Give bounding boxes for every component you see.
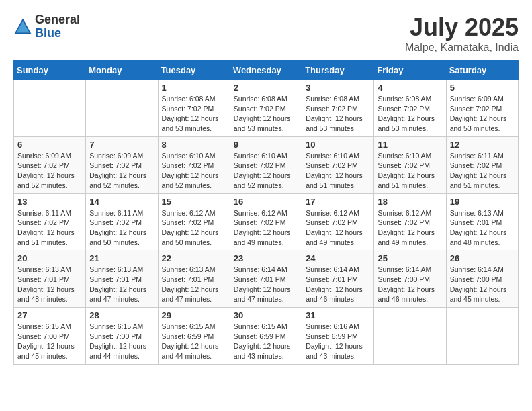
calendar-week-row: 20Sunrise: 6:13 AM Sunset: 7:01 PM Dayli…: [14, 250, 519, 308]
calendar-cell: 31Sunrise: 6:16 AM Sunset: 6:59 PM Dayli…: [302, 308, 374, 365]
logo-blue-text: Blue: [35, 27, 80, 40]
day-detail: Sunrise: 6:15 AM Sunset: 7:00 PM Dayligh…: [89, 322, 154, 361]
day-number: 8: [162, 140, 226, 150]
logo-general-text: General: [35, 13, 80, 27]
calendar-cell: [446, 308, 518, 365]
day-detail: Sunrise: 6:16 AM Sunset: 6:59 PM Dayligh…: [306, 322, 370, 361]
calendar-cell: 28Sunrise: 6:15 AM Sunset: 7:00 PM Dayli…: [86, 308, 158, 365]
day-number: 30: [234, 310, 298, 320]
calendar-cell: 9Sunrise: 6:10 AM Sunset: 7:02 PM Daylig…: [230, 136, 302, 193]
day-detail: Sunrise: 6:10 AM Sunset: 7:02 PM Dayligh…: [378, 151, 442, 191]
calendar-cell: 11Sunrise: 6:10 AM Sunset: 7:02 PM Dayli…: [374, 136, 446, 193]
day-detail: Sunrise: 6:12 AM Sunset: 7:02 PM Dayligh…: [162, 208, 226, 248]
weekday-header: Friday: [374, 61, 446, 80]
day-detail: Sunrise: 6:09 AM Sunset: 7:02 PM Dayligh…: [17, 151, 82, 191]
weekday-header: Sunday: [14, 61, 86, 80]
day-number: 5: [450, 83, 515, 93]
calendar-cell: 22Sunrise: 6:13 AM Sunset: 7:01 PM Dayli…: [158, 250, 230, 308]
day-detail: Sunrise: 6:11 AM Sunset: 7:02 PM Dayligh…: [89, 208, 154, 248]
calendar-cell: 14Sunrise: 6:11 AM Sunset: 7:02 PM Dayli…: [86, 193, 158, 250]
weekday-header: Wednesday: [230, 61, 302, 80]
calendar-cell: 18Sunrise: 6:12 AM Sunset: 7:02 PM Dayli…: [374, 193, 446, 250]
calendar-cell: 20Sunrise: 6:13 AM Sunset: 7:01 PM Dayli…: [14, 250, 86, 308]
day-number: 15: [162, 197, 226, 207]
day-detail: Sunrise: 6:14 AM Sunset: 7:01 PM Dayligh…: [234, 265, 298, 304]
day-detail: Sunrise: 6:08 AM Sunset: 7:02 PM Dayligh…: [378, 94, 442, 134]
calendar-cell: [86, 80, 158, 137]
day-number: 9: [234, 140, 298, 150]
day-number: 13: [17, 197, 82, 207]
calendar: SundayMondayTuesdayWednesdayThursdayFrid…: [13, 60, 519, 365]
calendar-cell: 30Sunrise: 6:15 AM Sunset: 6:59 PM Dayli…: [230, 308, 302, 365]
day-detail: Sunrise: 6:15 AM Sunset: 7:00 PM Dayligh…: [17, 322, 82, 361]
calendar-cell: 7Sunrise: 6:09 AM Sunset: 7:02 PM Daylig…: [86, 136, 158, 193]
day-number: 17: [306, 197, 370, 207]
calendar-cell: [14, 80, 86, 137]
day-detail: Sunrise: 6:13 AM Sunset: 7:01 PM Dayligh…: [89, 265, 154, 304]
calendar-cell: 1Sunrise: 6:08 AM Sunset: 7:02 PM Daylig…: [158, 80, 230, 137]
day-detail: Sunrise: 6:08 AM Sunset: 7:02 PM Dayligh…: [162, 94, 226, 134]
day-detail: Sunrise: 6:13 AM Sunset: 7:01 PM Dayligh…: [450, 208, 515, 248]
title-area: July 2025 Malpe, Karnataka, India: [405, 13, 519, 54]
calendar-week-row: 13Sunrise: 6:11 AM Sunset: 7:02 PM Dayli…: [14, 193, 519, 250]
day-number: 24: [306, 253, 370, 263]
weekday-header: Tuesday: [158, 61, 230, 80]
day-detail: Sunrise: 6:13 AM Sunset: 7:01 PM Dayligh…: [17, 265, 82, 304]
calendar-week-row: 27Sunrise: 6:15 AM Sunset: 7:00 PM Dayli…: [14, 308, 519, 365]
day-number: 23: [234, 253, 298, 263]
weekday-header: Saturday: [446, 61, 518, 80]
day-number: 29: [162, 310, 226, 320]
day-detail: Sunrise: 6:14 AM Sunset: 7:00 PM Dayligh…: [450, 265, 515, 304]
day-number: 2: [234, 83, 298, 93]
day-detail: Sunrise: 6:09 AM Sunset: 7:02 PM Dayligh…: [450, 94, 515, 134]
calendar-cell: 6Sunrise: 6:09 AM Sunset: 7:02 PM Daylig…: [14, 136, 86, 193]
logo-icon: [13, 17, 32, 36]
calendar-cell: 10Sunrise: 6:10 AM Sunset: 7:02 PM Dayli…: [302, 136, 374, 193]
day-detail: Sunrise: 6:12 AM Sunset: 7:02 PM Dayligh…: [378, 208, 442, 248]
calendar-cell: 4Sunrise: 6:08 AM Sunset: 7:02 PM Daylig…: [374, 80, 446, 137]
header: General Blue July 2025 Malpe, Karnataka,…: [13, 13, 519, 54]
day-detail: Sunrise: 6:15 AM Sunset: 6:59 PM Dayligh…: [234, 322, 298, 361]
calendar-week-row: 6Sunrise: 6:09 AM Sunset: 7:02 PM Daylig…: [14, 136, 519, 193]
calendar-cell: 21Sunrise: 6:13 AM Sunset: 7:01 PM Dayli…: [86, 250, 158, 308]
location-title: Malpe, Karnataka, India: [405, 42, 519, 54]
calendar-cell: 17Sunrise: 6:12 AM Sunset: 7:02 PM Dayli…: [302, 193, 374, 250]
month-title: July 2025: [405, 13, 519, 42]
day-detail: Sunrise: 6:14 AM Sunset: 7:00 PM Dayligh…: [378, 265, 442, 304]
day-detail: Sunrise: 6:09 AM Sunset: 7:02 PM Dayligh…: [89, 151, 154, 191]
calendar-cell: 27Sunrise: 6:15 AM Sunset: 7:00 PM Dayli…: [14, 308, 86, 365]
day-number: 16: [234, 197, 298, 207]
day-detail: Sunrise: 6:10 AM Sunset: 7:02 PM Dayligh…: [306, 151, 370, 191]
day-number: 31: [306, 310, 370, 320]
day-detail: Sunrise: 6:11 AM Sunset: 7:02 PM Dayligh…: [17, 208, 82, 248]
day-number: 21: [89, 253, 154, 263]
logo: General Blue: [13, 13, 80, 40]
day-detail: Sunrise: 6:08 AM Sunset: 7:02 PM Dayligh…: [234, 94, 298, 134]
day-number: 26: [450, 253, 515, 263]
day-detail: Sunrise: 6:12 AM Sunset: 7:02 PM Dayligh…: [306, 208, 370, 248]
calendar-header-row: SundayMondayTuesdayWednesdayThursdayFrid…: [14, 61, 519, 80]
day-detail: Sunrise: 6:08 AM Sunset: 7:02 PM Dayligh…: [306, 94, 370, 134]
calendar-cell: 24Sunrise: 6:14 AM Sunset: 7:01 PM Dayli…: [302, 250, 374, 308]
calendar-cell: [374, 308, 446, 365]
calendar-cell: 23Sunrise: 6:14 AM Sunset: 7:01 PM Dayli…: [230, 250, 302, 308]
day-number: 27: [17, 310, 82, 320]
calendar-week-row: 1Sunrise: 6:08 AM Sunset: 7:02 PM Daylig…: [14, 80, 519, 137]
calendar-cell: 13Sunrise: 6:11 AM Sunset: 7:02 PM Dayli…: [14, 193, 86, 250]
day-detail: Sunrise: 6:10 AM Sunset: 7:02 PM Dayligh…: [234, 151, 298, 191]
day-number: 25: [378, 253, 442, 263]
day-number: 7: [89, 140, 154, 150]
calendar-cell: 16Sunrise: 6:12 AM Sunset: 7:02 PM Dayli…: [230, 193, 302, 250]
day-detail: Sunrise: 6:12 AM Sunset: 7:02 PM Dayligh…: [234, 208, 298, 248]
day-number: 4: [378, 83, 442, 93]
weekday-header: Thursday: [302, 61, 374, 80]
calendar-cell: 5Sunrise: 6:09 AM Sunset: 7:02 PM Daylig…: [446, 80, 518, 137]
day-number: 18: [378, 197, 442, 207]
weekday-header: Monday: [86, 61, 158, 80]
day-detail: Sunrise: 6:14 AM Sunset: 7:01 PM Dayligh…: [306, 265, 370, 304]
day-number: 10: [306, 140, 370, 150]
calendar-cell: 29Sunrise: 6:15 AM Sunset: 6:59 PM Dayli…: [158, 308, 230, 365]
day-number: 28: [89, 310, 154, 320]
calendar-cell: 12Sunrise: 6:11 AM Sunset: 7:02 PM Dayli…: [446, 136, 518, 193]
day-number: 14: [89, 197, 154, 207]
